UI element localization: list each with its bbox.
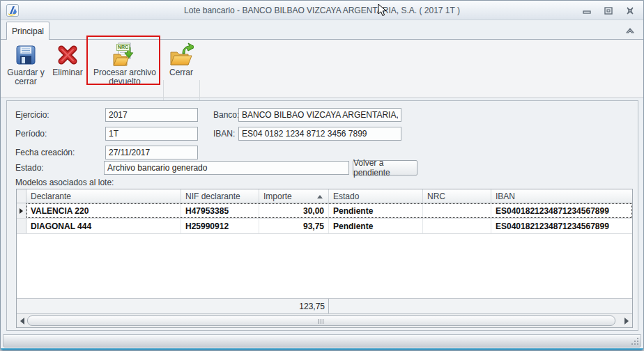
minimize-button[interactable] bbox=[582, 6, 592, 15]
save-and-close-button[interactable]: Guardar y cerrar bbox=[5, 42, 47, 86]
row-selector-cell[interactable] bbox=[17, 203, 26, 218]
scrollbar-thumb[interactable] bbox=[27, 315, 615, 326]
nrc-badge: NRC bbox=[116, 44, 130, 51]
column-header-nif[interactable]: NIF declarante bbox=[181, 189, 259, 203]
cell-iban[interactable]: ES0401821234871234567899 bbox=[491, 203, 632, 218]
horizontal-scrollbar[interactable] bbox=[17, 313, 632, 327]
column-header-iban[interactable]: IBAN bbox=[491, 189, 632, 203]
cell-declarante[interactable]: DIAGONAL 444 bbox=[26, 219, 181, 233]
resize-grip[interactable] bbox=[630, 336, 638, 345]
cell-estado[interactable]: Pendiente bbox=[329, 219, 423, 233]
cell-importe[interactable]: 93,75 bbox=[259, 219, 329, 233]
grid-empty-area bbox=[17, 234, 632, 298]
column-header-estado[interactable]: Estado bbox=[329, 189, 423, 203]
process-returned-file-icon: NRC bbox=[112, 42, 137, 68]
ejercicio-field[interactable] bbox=[105, 108, 198, 122]
delete-button[interactable]: Eliminar bbox=[48, 42, 87, 77]
process-returned-file-button[interactable]: NRC Procesar archivo devuelto bbox=[89, 42, 160, 86]
fecha-creacion-field[interactable] bbox=[105, 146, 198, 159]
delete-x-icon bbox=[55, 42, 80, 68]
table-row[interactable]: DIAGONAL 444 H25990912 93,75 Pendiente E… bbox=[17, 219, 632, 234]
periodo-label: Período: bbox=[15, 129, 47, 139]
banco-label: Banco: bbox=[213, 110, 239, 120]
save-icon bbox=[13, 42, 38, 68]
tab-principal[interactable]: Principal bbox=[6, 22, 49, 40]
periodo-field[interactable] bbox=[105, 127, 198, 141]
models-grid: Declarante NIF declarante Importe Estado… bbox=[16, 189, 633, 328]
window-title: Lote bancario - BANCO BILBAO VIZCAYA ARG… bbox=[1, 6, 643, 15]
cell-nif[interactable]: H25990912 bbox=[181, 219, 259, 233]
title-bar[interactable]: Lote bancario - BANCO BILBAO VIZCAYA ARG… bbox=[1, 1, 643, 20]
sort-asc-icon bbox=[317, 195, 323, 198]
cell-nrc[interactable] bbox=[423, 203, 491, 218]
table-row[interactable]: VALENCIA 220 H47953385 30,00 Pendiente E… bbox=[17, 203, 632, 219]
current-row-arrow-icon bbox=[20, 208, 23, 214]
close-batch-label: Cerrar bbox=[169, 68, 193, 77]
iban-label: IBAN: bbox=[213, 129, 235, 139]
grid-caption: Modelos asociados al lote: bbox=[15, 178, 114, 187]
restore-button[interactable] bbox=[604, 6, 613, 15]
app-icon bbox=[6, 4, 19, 17]
scroll-right-arrow-icon[interactable] bbox=[624, 318, 629, 325]
content-panel: Ejercicio: Banco: Período: IBAN: Fecha c… bbox=[6, 100, 638, 331]
cell-importe[interactable]: 30,00 bbox=[259, 203, 329, 218]
ribbon: Guardar y cerrar Eliminar bbox=[1, 39, 643, 98]
status-bar bbox=[3, 334, 641, 348]
close-batch-button[interactable]: Cerrar bbox=[163, 42, 199, 77]
cell-declarante[interactable]: VALENCIA 220 bbox=[26, 203, 181, 218]
delete-label: Eliminar bbox=[52, 68, 82, 77]
estado-field[interactable] bbox=[104, 161, 349, 175]
save-and-close-label: Guardar y cerrar bbox=[5, 68, 47, 86]
scrollbar-grip-icon bbox=[319, 319, 325, 324]
volver-a-pendiente-button[interactable]: Volver a pendiente bbox=[353, 160, 417, 176]
iban-field[interactable] bbox=[238, 127, 401, 141]
close-folder-icon bbox=[169, 42, 194, 68]
cell-estado[interactable]: Pendiente bbox=[329, 203, 423, 218]
column-header-nrc[interactable]: NRC bbox=[423, 189, 491, 203]
cell-nif[interactable]: H47953385 bbox=[181, 203, 259, 218]
cell-nrc[interactable] bbox=[423, 219, 491, 233]
close-button[interactable] bbox=[625, 6, 635, 15]
grid-header-row: Declarante NIF declarante Importe Estado… bbox=[17, 189, 632, 203]
cell-iban[interactable]: ES0401821234871234567899 bbox=[491, 219, 632, 233]
ejercicio-label: Ejercicio: bbox=[15, 110, 49, 120]
column-header-importe-label: Importe bbox=[263, 192, 292, 201]
process-returned-file-label: Procesar archivo devuelto bbox=[89, 68, 160, 86]
ribbon-collapse-chevron-icon[interactable] bbox=[625, 25, 635, 33]
row-indicator-header bbox=[17, 189, 26, 203]
importe-total: 123,75 bbox=[259, 299, 329, 313]
column-header-declarante[interactable]: Declarante bbox=[26, 189, 181, 203]
banco-field[interactable] bbox=[238, 108, 401, 122]
column-header-importe[interactable]: Importe bbox=[259, 189, 329, 203]
grid-summary-row: 123,75 bbox=[17, 298, 632, 313]
row-selector-cell[interactable] bbox=[17, 219, 26, 233]
scroll-left-arrow-icon[interactable] bbox=[20, 318, 24, 325]
estado-label: Estado: bbox=[15, 163, 44, 173]
fecha-creacion-label: Fecha creación: bbox=[15, 148, 75, 157]
dialog-window: Lote bancario - BANCO BILBAO VIZCAYA ARG… bbox=[0, 0, 644, 351]
